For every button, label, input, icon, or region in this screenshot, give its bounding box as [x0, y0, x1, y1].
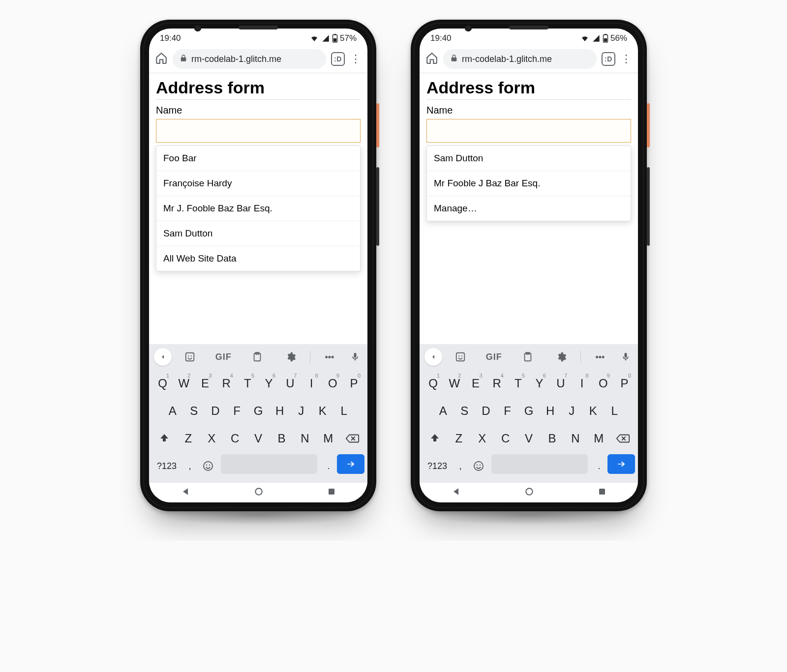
- key-M[interactable]: M: [588, 427, 609, 450]
- name-input[interactable]: [156, 119, 361, 143]
- clipboard-icon[interactable]: [512, 351, 543, 362]
- key-K[interactable]: K: [583, 399, 603, 423]
- key-O[interactable]: O9: [594, 372, 613, 395]
- key-B[interactable]: B: [271, 427, 292, 450]
- comma-key[interactable]: ,: [182, 454, 197, 478]
- key-L[interactable]: L: [605, 399, 625, 423]
- tab-switcher-button[interactable]: :D: [602, 52, 615, 66]
- backspace-key[interactable]: [341, 427, 363, 450]
- key-A[interactable]: A: [163, 399, 182, 423]
- mic-icon[interactable]: [618, 352, 633, 362]
- key-N[interactable]: N: [294, 427, 315, 450]
- key-G[interactable]: G: [519, 399, 539, 423]
- nav-back-icon[interactable]: [451, 487, 461, 498]
- gear-icon[interactable]: [546, 351, 576, 362]
- shift-key[interactable]: [424, 427, 446, 450]
- enter-key[interactable]: [607, 454, 635, 474]
- numbers-key[interactable]: ?123: [153, 454, 181, 478]
- keyboard-collapse-button[interactable]: [424, 348, 442, 366]
- autofill-suggestion[interactable]: Mr J. Fooble Baz Bar Esq.: [156, 196, 360, 221]
- key-E[interactable]: E3: [195, 372, 214, 395]
- key-J[interactable]: J: [291, 399, 311, 423]
- key-P[interactable]: P0: [344, 372, 363, 395]
- key-P[interactable]: P0: [615, 372, 634, 395]
- keyboard-collapse-button[interactable]: [154, 348, 172, 366]
- key-C[interactable]: C: [224, 427, 245, 450]
- key-I[interactable]: I8: [572, 372, 591, 395]
- address-bar[interactable]: rm-codelab-1.glitch.me: [443, 49, 597, 69]
- key-Y[interactable]: Y6: [259, 372, 278, 395]
- emoji-key[interactable]: [199, 454, 217, 478]
- home-icon[interactable]: [425, 52, 438, 66]
- autofill-suggestion[interactable]: Sam Dutton: [427, 146, 631, 171]
- gear-icon[interactable]: [275, 351, 306, 362]
- mic-icon[interactable]: [348, 352, 363, 362]
- key-U[interactable]: U7: [280, 372, 300, 395]
- period-key[interactable]: .: [592, 454, 606, 478]
- key-C[interactable]: C: [495, 427, 516, 450]
- nav-back-icon[interactable]: [181, 487, 190, 498]
- key-Y[interactable]: Y6: [530, 372, 549, 395]
- key-E[interactable]: E3: [466, 372, 485, 395]
- key-I[interactable]: I8: [302, 372, 321, 395]
- key-F[interactable]: F: [498, 399, 517, 423]
- backspace-key[interactable]: [611, 427, 634, 450]
- key-H[interactable]: H: [541, 399, 560, 423]
- space-key[interactable]: [491, 454, 588, 474]
- key-M[interactable]: M: [318, 427, 339, 450]
- key-V[interactable]: V: [247, 427, 269, 450]
- nav-recent-icon[interactable]: [327, 487, 336, 498]
- enter-key[interactable]: [337, 454, 364, 474]
- key-D[interactable]: D: [476, 399, 496, 423]
- key-T[interactable]: T5: [238, 372, 257, 395]
- period-key[interactable]: .: [321, 454, 336, 478]
- overflow-menu-icon[interactable]: ⋮: [620, 54, 632, 64]
- home-icon[interactable]: [155, 52, 168, 66]
- key-Z[interactable]: Z: [178, 427, 199, 450]
- nav-home-icon[interactable]: [254, 487, 264, 498]
- key-D[interactable]: D: [206, 399, 225, 423]
- nav-recent-icon[interactable]: [598, 487, 606, 498]
- emoji-key[interactable]: [470, 454, 487, 478]
- nav-home-icon[interactable]: [524, 487, 534, 498]
- key-Q[interactable]: Q1: [153, 372, 172, 395]
- sticker-icon[interactable]: [445, 351, 476, 362]
- key-Z[interactable]: Z: [448, 427, 469, 450]
- key-W[interactable]: W2: [445, 372, 464, 395]
- key-S[interactable]: S: [184, 399, 204, 423]
- key-R[interactable]: R4: [217, 372, 236, 395]
- key-S[interactable]: S: [455, 399, 475, 423]
- more-icon[interactable]: •••: [585, 352, 615, 362]
- gif-button[interactable]: GIF: [479, 352, 509, 362]
- key-X[interactable]: X: [201, 427, 222, 450]
- key-G[interactable]: G: [248, 399, 268, 423]
- space-key[interactable]: [221, 454, 317, 474]
- numbers-key[interactable]: ?123: [424, 454, 451, 478]
- key-B[interactable]: B: [542, 427, 563, 450]
- key-K[interactable]: K: [313, 399, 333, 423]
- autofill-suggestion[interactable]: Mr Fooble J Baz Bar Esq.: [427, 171, 631, 196]
- overflow-menu-icon[interactable]: ⋮: [350, 54, 362, 64]
- key-U[interactable]: U7: [551, 372, 570, 395]
- name-input[interactable]: [426, 119, 631, 143]
- key-N[interactable]: N: [565, 427, 586, 450]
- shift-key[interactable]: [153, 427, 176, 450]
- autofill-suggestion[interactable]: Françoise Hardy: [156, 171, 360, 196]
- key-Q[interactable]: Q1: [424, 372, 443, 395]
- key-H[interactable]: H: [270, 399, 290, 423]
- key-J[interactable]: J: [562, 399, 581, 423]
- autofill-suggestion[interactable]: Foo Bar: [156, 146, 360, 171]
- autofill-suggestion[interactable]: All Web Site Data: [156, 246, 360, 271]
- key-T[interactable]: T5: [509, 372, 528, 395]
- key-R[interactable]: R4: [487, 372, 507, 395]
- key-A[interactable]: A: [433, 399, 453, 423]
- key-L[interactable]: L: [334, 399, 354, 423]
- key-F[interactable]: F: [227, 399, 247, 423]
- sticker-icon[interactable]: [175, 351, 205, 362]
- gif-button[interactable]: GIF: [208, 352, 239, 362]
- tab-switcher-button[interactable]: :D: [331, 52, 345, 66]
- autofill-suggestion[interactable]: Manage…: [427, 196, 631, 221]
- address-bar[interactable]: rm-codelab-1.glitch.me: [173, 49, 326, 69]
- key-X[interactable]: X: [471, 427, 492, 450]
- autofill-suggestion[interactable]: Sam Dutton: [156, 221, 360, 246]
